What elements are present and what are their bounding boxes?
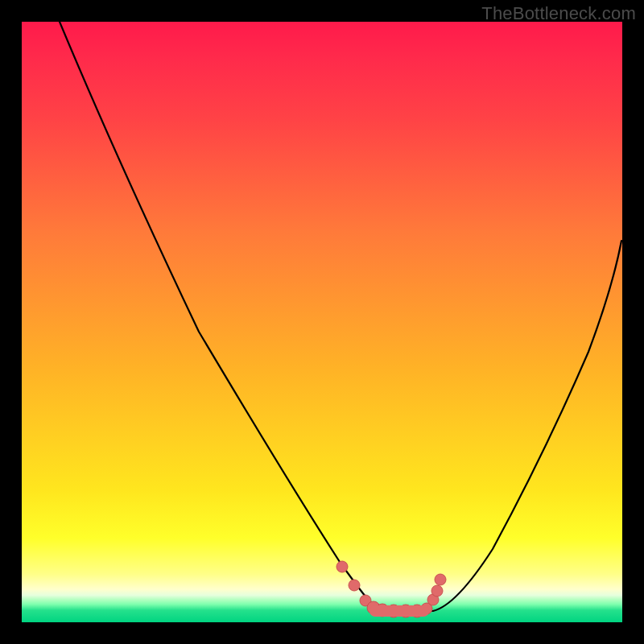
curve-layer	[22, 22, 622, 622]
svg-point-1	[349, 580, 360, 591]
plot-area	[22, 22, 622, 622]
svg-point-0	[336, 561, 348, 572]
valley-band	[369, 605, 429, 617]
watermark-text: TheBottleneck.com	[481, 3, 636, 24]
svg-point-10	[431, 585, 443, 597]
left-curve	[60, 22, 378, 610]
chart-frame: TheBottleneck.com	[0, 0, 644, 644]
right-curve	[433, 241, 621, 611]
svg-point-11	[435, 574, 446, 585]
